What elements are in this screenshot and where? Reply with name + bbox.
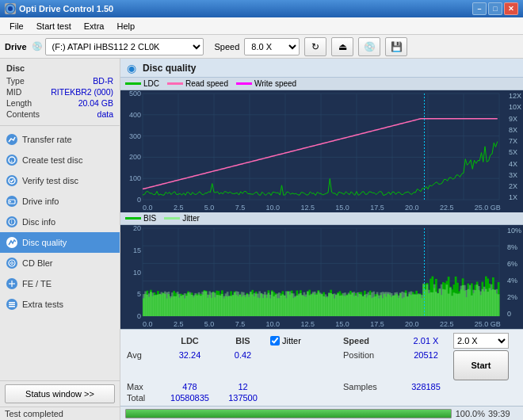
disc-length-val: 20.04 GB bbox=[78, 98, 113, 108]
avg-label: Avg bbox=[127, 350, 162, 360]
disc-quality-header-icon: ◉ bbox=[127, 62, 136, 74]
max-ldc: 478 bbox=[164, 382, 216, 391]
drive-info-icon bbox=[6, 196, 17, 207]
nav-extra-tests[interactable]: Extra tests bbox=[0, 294, 120, 315]
disc-mid-val: RITEKBR2 (000) bbox=[51, 87, 113, 97]
svg-point-1 bbox=[8, 6, 13, 11]
nav-create-test-disc[interactable]: + Create test disc bbox=[0, 150, 120, 170]
main-area: Disc Type BD-R MID RITEKBR2 (000) Length… bbox=[0, 59, 523, 420]
read-speed-legend-item: Read speed bbox=[167, 79, 228, 88]
nav-fe-te[interactable]: FE / TE bbox=[0, 273, 120, 294]
jitter-checkbox[interactable] bbox=[270, 336, 280, 346]
menu-extra[interactable]: Extra bbox=[78, 20, 111, 32]
disc-mid-row: MID RITEKBR2 (000) bbox=[6, 87, 113, 97]
content-area: ◉ Disc quality LDC Read speed Write spee… bbox=[120, 59, 523, 420]
nav-verify-test-disc[interactable]: Verify test disc bbox=[0, 170, 120, 191]
save-button[interactable]: 💾 bbox=[385, 37, 407, 56]
disc-type-row: Type BD-R bbox=[6, 76, 113, 86]
drive-select[interactable]: (F:) ATAPI iHBS112 2 CL0K bbox=[45, 38, 204, 55]
sidebar: Disc Type BD-R MID RITEKBR2 (000) Length… bbox=[0, 59, 120, 420]
samples-value: 328185 bbox=[400, 382, 452, 391]
title-bar: Opti Drive Control 1.50 – □ ✕ bbox=[0, 0, 523, 17]
bis-legend-item: BIS bbox=[125, 214, 156, 223]
jitter-legend-color bbox=[164, 217, 180, 220]
drive-label: Drive bbox=[5, 42, 27, 52]
total-ldc: 10580835 bbox=[164, 393, 216, 403]
write-speed-legend-color bbox=[236, 82, 252, 85]
chart2-x-labels: 0.02.55.07.510.012.515.017.520.022.525.0… bbox=[120, 319, 523, 329]
transfer-rate-icon bbox=[6, 134, 17, 145]
position-value: 20512 bbox=[400, 350, 452, 360]
nav-drive-info[interactable]: Drive info bbox=[0, 191, 120, 212]
minimize-button[interactable]: – bbox=[472, 2, 487, 15]
refresh-button[interactable]: ↻ bbox=[304, 37, 326, 56]
avg-ldc: 32.24 bbox=[164, 350, 216, 360]
chart1-x-labels: 0.02.55.07.510.012.515.017.520.022.525.0… bbox=[120, 203, 523, 212]
disc-type-key: Type bbox=[6, 76, 25, 86]
close-button[interactable]: ✕ bbox=[504, 2, 518, 15]
total-bis: 137500 bbox=[217, 393, 269, 403]
extra-tests-icon bbox=[6, 299, 17, 310]
nav-disc-info[interactable]: i Disc info bbox=[0, 212, 120, 232]
timer-text: 39:39 bbox=[488, 409, 518, 418]
disc-mid-key: MID bbox=[6, 87, 21, 97]
disc-length-key: Length bbox=[6, 98, 32, 108]
svg-point-10 bbox=[11, 262, 13, 265]
ldc-legend-item: LDC bbox=[125, 79, 159, 88]
ldc-legend-color bbox=[125, 82, 141, 85]
disc-quality-header: ◉ Disc quality bbox=[120, 59, 523, 78]
disc-button[interactable]: 💿 bbox=[358, 37, 380, 56]
progress-area: 100.0% 39:39 bbox=[120, 406, 523, 420]
disc-section-title: Disc bbox=[6, 63, 113, 73]
speed-select-stats[interactable]: 2.0 X bbox=[453, 333, 509, 349]
app-title: Opti Drive Control 1.50 bbox=[19, 4, 472, 13]
status-window-button[interactable]: Status window >> bbox=[5, 384, 115, 403]
disc-length-row: Length 20.04 GB bbox=[6, 98, 113, 108]
chart2-legend: BIS Jitter bbox=[120, 212, 523, 225]
nav-cd-bler[interactable]: CD Bler bbox=[0, 253, 120, 273]
ldc-header: LDC bbox=[164, 336, 216, 346]
read-speed-legend-label: Read speed bbox=[185, 79, 228, 88]
menu-start-test[interactable]: Start test bbox=[30, 20, 78, 32]
progress-bar-outer bbox=[125, 409, 452, 418]
ldc-chart bbox=[120, 90, 523, 203]
eject-button[interactable]: ⏏ bbox=[331, 37, 353, 56]
stats-headers-row: LDC BIS Jitter Speed 2.01 X 2.0 X bbox=[127, 333, 517, 349]
jitter-legend-label: Jitter bbox=[182, 214, 200, 223]
bis-legend-color bbox=[125, 217, 141, 220]
read-speed-legend-color bbox=[167, 82, 183, 85]
menu-file[interactable]: File bbox=[3, 20, 30, 32]
chart1-legend: LDC Read speed Write speed bbox=[120, 78, 523, 90]
speed-select[interactable]: 8.0 X bbox=[244, 38, 300, 55]
disc-type-val: BD-R bbox=[93, 76, 113, 86]
bis-legend-label: BIS bbox=[143, 214, 156, 223]
svg-text:i: i bbox=[11, 219, 13, 224]
menu-help[interactable]: Help bbox=[110, 20, 141, 32]
stats-bar: LDC BIS Jitter Speed 2.01 X 2.0 X Avg 32… bbox=[120, 329, 523, 406]
svg-text:+: + bbox=[10, 158, 13, 163]
maximize-button[interactable]: □ bbox=[488, 2, 502, 15]
nav-transfer-rate[interactable]: Transfer rate bbox=[0, 129, 120, 150]
disc-quality-icon bbox=[6, 237, 17, 248]
progress-percent: 100.0% bbox=[455, 409, 485, 418]
chart1-area: 12X 10X 9X 8X 7X 5X 4X 3X 2X 1X bbox=[120, 90, 523, 203]
svg-rect-13 bbox=[9, 302, 15, 304]
stats-avg-row: Avg 32.24 0.42 Position 20512 Start bbox=[127, 350, 517, 380]
nav-buttons: Transfer rate + Create test disc Verify … bbox=[0, 126, 120, 318]
bis-chart bbox=[120, 225, 523, 319]
create-test-disc-icon: + bbox=[6, 155, 17, 166]
start-button[interactable]: Start bbox=[453, 350, 509, 380]
disc-section: Disc Type BD-R MID RITEKBR2 (000) Length… bbox=[0, 59, 120, 126]
status-window-area: Status window >> bbox=[0, 380, 120, 407]
nav-disc-quality[interactable]: Disc quality bbox=[0, 232, 120, 253]
disc-contents-row: Contents data bbox=[6, 109, 113, 119]
disc-contents-key: Contents bbox=[6, 109, 40, 119]
test-completed-label: Test completed bbox=[0, 407, 120, 420]
max-bis: 12 bbox=[217, 382, 269, 391]
bis-header: BIS bbox=[217, 336, 269, 346]
write-speed-legend-label: Write speed bbox=[254, 79, 296, 88]
fe-te-icon bbox=[6, 278, 17, 289]
stats-total-row: Total 10580835 137500 bbox=[127, 393, 517, 403]
samples-label: Samples bbox=[343, 382, 399, 391]
max-label: Max bbox=[127, 382, 162, 391]
